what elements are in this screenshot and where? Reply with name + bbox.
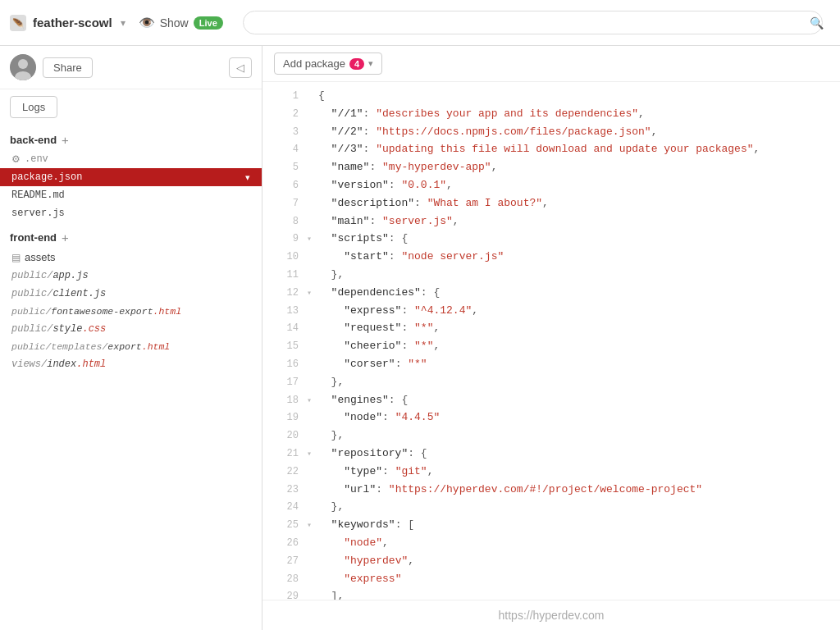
file-chevron-icon: ▾ xyxy=(245,172,250,183)
backend-add-button[interactable]: + xyxy=(62,133,69,147)
line-fold-arrow xyxy=(307,90,315,104)
assets-icon: ▤ xyxy=(11,252,21,263)
file-item-fontawesome[interactable]: public/fontawesome-export.html xyxy=(0,303,262,320)
code-line: 12▾ "dependencies": { xyxy=(262,284,840,302)
line-fold-arrow xyxy=(307,269,315,283)
search-input[interactable] xyxy=(243,11,823,34)
add-package-label: Add package xyxy=(283,57,345,70)
file-item-views-index[interactable]: views/index.html xyxy=(0,355,262,373)
file-label: assets xyxy=(25,251,56,263)
line-content: "//2": "https://docs.npmjs.com/files/pac… xyxy=(318,123,658,140)
line-fold-arrow xyxy=(307,377,315,390)
file-label: package.json xyxy=(11,171,82,183)
line-number: 11 xyxy=(276,267,299,284)
line-fold-arrow xyxy=(307,180,315,194)
project-chevron-icon[interactable]: ▾ xyxy=(121,17,126,29)
line-fold-arrow xyxy=(307,251,315,265)
logs-button[interactable]: Logs xyxy=(10,96,57,118)
file-label: server.js xyxy=(11,208,65,219)
line-content: "url": "https://hyperdev.com/#!/project/… xyxy=(318,481,702,498)
line-number: 7 xyxy=(276,196,299,212)
code-line: 17 }, xyxy=(262,373,840,391)
line-content: "repository": { xyxy=(318,445,427,462)
line-fold-arrow[interactable]: ▾ xyxy=(307,233,315,247)
code-editor[interactable]: 1 {2 "//1": "describes your app and its … xyxy=(262,82,840,600)
code-line: 23 "url": "https://hyperdev.com/#!/proje… xyxy=(262,481,840,499)
project-icon: 🪶 xyxy=(10,15,26,31)
line-fold-arrow xyxy=(307,484,315,498)
code-line: 15 "cheerio": "*", xyxy=(262,337,840,355)
code-line: 26 "node", xyxy=(262,534,840,552)
line-number: 26 xyxy=(276,536,299,552)
code-area: Add package 4 ▾ 1 {2 "//1": "describes y… xyxy=(262,46,840,630)
file-item-readme[interactable]: README.md xyxy=(0,186,262,204)
code-line: 29 ], xyxy=(262,587,840,600)
file-item-server-js[interactable]: server.js xyxy=(0,204,262,222)
line-content: }, xyxy=(318,373,344,390)
line-content: "hyperdev", xyxy=(318,552,414,569)
file-item-style-css[interactable]: public/style.css xyxy=(0,320,262,338)
line-fold-arrow xyxy=(307,216,315,230)
line-fold-arrow xyxy=(307,322,315,336)
line-fold-arrow xyxy=(307,466,315,480)
add-package-button[interactable]: Add package 4 ▾ xyxy=(274,52,382,75)
line-fold-arrow xyxy=(307,340,315,354)
line-content: "dependencies": { xyxy=(318,284,440,301)
line-fold-arrow[interactable]: ▾ xyxy=(307,448,315,462)
line-content: "request": "*", xyxy=(318,319,440,336)
frontend-section-label: front-end xyxy=(10,231,57,244)
collapse-button[interactable]: ◁ xyxy=(229,57,252,78)
line-fold-arrow[interactable]: ▾ xyxy=(307,395,315,409)
code-line: 18▾ "engines": { xyxy=(262,391,840,409)
line-number: 8 xyxy=(276,214,299,231)
line-fold-arrow xyxy=(307,144,315,158)
share-button[interactable]: Share xyxy=(43,57,93,78)
code-line: 10 "start": "node server.js" xyxy=(262,248,840,266)
line-number: 4 xyxy=(276,142,299,158)
file-item-package-json[interactable]: package.json ▾ xyxy=(0,168,262,186)
line-fold-arrow xyxy=(307,591,315,600)
search-bar xyxy=(243,11,823,34)
file-item-env[interactable]: ⚙ .env xyxy=(0,150,262,168)
code-line: 22 "type": "git", xyxy=(262,463,840,481)
file-label: .env xyxy=(25,153,48,165)
line-content: "description": "What am I about?", xyxy=(318,194,549,212)
line-content: }, xyxy=(318,498,344,515)
line-number: 14 xyxy=(276,321,299,337)
line-number: 2 xyxy=(276,107,299,123)
line-fold-arrow xyxy=(307,573,315,587)
project-name[interactable]: feather-scowl xyxy=(33,16,112,30)
code-line: 25▾ "keywords": [ xyxy=(262,516,840,534)
line-fold-arrow[interactable]: ▾ xyxy=(307,519,315,533)
line-number: 16 xyxy=(276,357,299,373)
file-item-templates-export[interactable]: public/templates/export.html xyxy=(0,338,262,355)
show-live-button[interactable]: 👁️ Show Live xyxy=(139,15,223,30)
line-number: 13 xyxy=(276,304,299,320)
code-line: 28 "express" xyxy=(262,570,840,588)
code-line: 4 "//3": "updating this file will downlo… xyxy=(262,140,840,158)
line-content: "node", xyxy=(318,534,389,551)
file-item-public-app-js[interactable]: public/app.js xyxy=(0,267,262,285)
file-item-assets[interactable]: ▤ assets xyxy=(0,248,262,267)
line-number: 28 xyxy=(276,572,299,588)
package-count-badge: 4 xyxy=(349,58,364,70)
top-bar: 🪶 feather-scowl ▾ 👁️ Show Live 🔍 xyxy=(0,0,840,46)
line-number: 10 xyxy=(276,249,299,266)
line-number: 5 xyxy=(276,160,299,176)
file-item-public-client-js[interactable]: public/client.js xyxy=(0,285,262,303)
line-fold-arrow xyxy=(307,430,315,444)
file-label: public/fontawesome-export.html xyxy=(11,306,181,317)
code-line: 27 "hyperdev", xyxy=(262,552,840,570)
line-number: 6 xyxy=(276,178,299,194)
code-line: 21▾ "repository": { xyxy=(262,445,840,463)
frontend-add-button[interactable]: + xyxy=(62,231,69,244)
code-line: 5 "name": "my-hyperdev-app", xyxy=(262,158,840,176)
svg-point-3 xyxy=(18,59,28,69)
line-number: 18 xyxy=(276,393,299,409)
line-content: { xyxy=(318,87,325,104)
line-fold-arrow[interactable]: ▾ xyxy=(307,287,315,301)
line-number: 9 xyxy=(276,231,299,248)
file-label: public/app.js xyxy=(11,270,89,281)
code-line: 2 "//1": "describes your app and its dep… xyxy=(262,105,840,123)
code-line: 13 "express": "^4.12.4", xyxy=(262,302,840,320)
